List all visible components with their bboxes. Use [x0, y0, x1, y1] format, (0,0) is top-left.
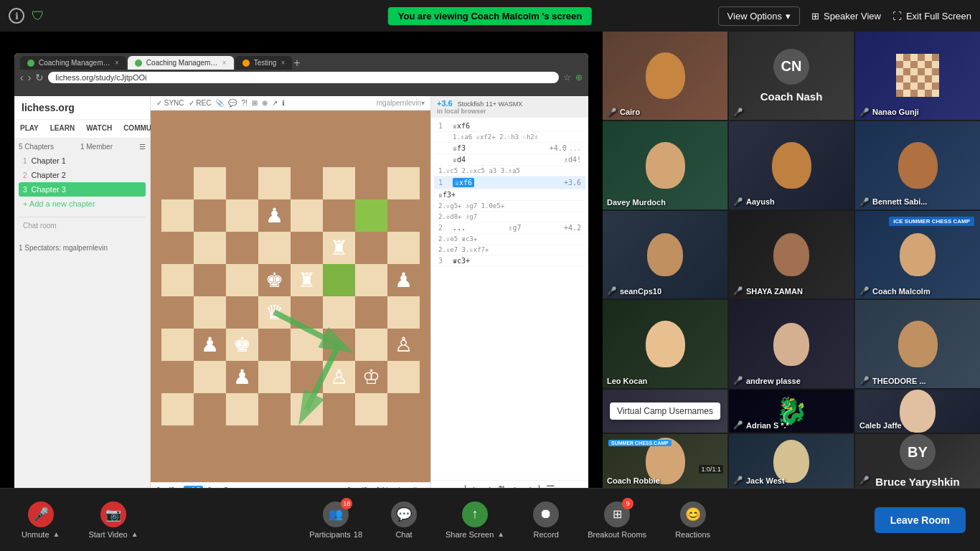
sq-f8[interactable] [323, 167, 355, 199]
sq-b4[interactable] [194, 296, 226, 329]
refresh-button[interactable]: ↻ [35, 72, 44, 83]
bookmark-icon[interactable]: ☆ [563, 72, 571, 83]
sq-g5[interactable] [355, 264, 387, 296]
address-bar[interactable] [48, 72, 559, 83]
sq-d3[interactable] [258, 329, 291, 361]
sq-e4[interactable] [291, 296, 323, 329]
sq-d4[interactable]: ♛ [258, 296, 291, 329]
sq-h7[interactable] [387, 199, 420, 232]
sq-c3[interactable]: ♚ [226, 329, 258, 361]
sq-g6[interactable] [355, 232, 387, 264]
participant-coach-nash[interactable]: CN Coach Nash 🎤 [729, 32, 854, 120]
participant-cairo[interactable]: 🎤 Cairo [603, 32, 727, 120]
sq-h1[interactable] [387, 393, 420, 425]
sq-b3[interactable]: ♟ [194, 329, 226, 361]
reactions-button[interactable]: 😊 Reactions [668, 497, 717, 543]
sq-c2[interactable]: ♟ [226, 361, 258, 393]
toolbar-icon-7[interactable]: ℹ [282, 99, 285, 107]
sq-e3[interactable] [291, 329, 323, 361]
sq-d7[interactable]: ♟ [258, 199, 291, 232]
tab-close-2[interactable]: × [222, 59, 227, 67]
toolbar-icon-1[interactable]: 📎 [215, 99, 224, 107]
sq-b7[interactable] [194, 199, 226, 232]
sq-a7[interactable] [161, 199, 194, 232]
sq-b8[interactable] [194, 167, 226, 199]
chat-button[interactable]: 💬 Chat [384, 497, 424, 543]
participant-aayush[interactable]: 🎤 Aayush [729, 121, 854, 209]
sq-f3[interactable] [323, 329, 355, 361]
leave-room-button[interactable]: Leave Room [875, 507, 966, 533]
sq-e1[interactable] [291, 393, 323, 425]
participant-andrew[interactable]: 🎤 andrew plasse [729, 300, 854, 388]
view-options-button[interactable]: View Options ▾ [718, 6, 800, 26]
tab-close-3[interactable]: × [281, 59, 285, 67]
chess-board[interactable]: ♟ ♜ [161, 167, 420, 425]
sq-h3[interactable]: ♙ [387, 329, 420, 361]
sq-d2[interactable] [258, 361, 291, 393]
sq-e6[interactable] [291, 232, 323, 264]
sq-g1[interactable] [355, 393, 387, 425]
sq-h5[interactable]: ♟ [387, 264, 420, 296]
start-video-button[interactable]: 📷 Start Video ▲ [81, 497, 145, 543]
nav-learn[interactable]: LEARN [44, 120, 80, 138]
sq-f6[interactable]: ♜ [323, 232, 355, 264]
sq-a1[interactable] [161, 393, 194, 425]
new-tab-button[interactable]: + [293, 57, 300, 70]
speaker-view-button[interactable]: ⊞ Speaker View [811, 11, 881, 22]
sq-b2[interactable] [194, 361, 226, 393]
board-container[interactable]: ♟ ♜ [151, 110, 430, 482]
sq-b5[interactable] [194, 264, 226, 296]
sq-e8[interactable] [291, 167, 323, 199]
sq-f2[interactable]: ♙ [323, 361, 355, 393]
sq-c7[interactable] [226, 199, 258, 232]
sq-c8[interactable] [226, 167, 258, 199]
sq-d8[interactable] [258, 167, 291, 199]
participant-virtual[interactable]: Virtual Camp Usernames [603, 390, 727, 433]
sq-e5[interactable]: ♜ [291, 264, 323, 296]
chapter-2[interactable]: 2 Chapter 2 [19, 168, 146, 182]
sq-g3[interactable] [355, 329, 387, 361]
sq-a4[interactable] [161, 296, 194, 329]
participant-shaya[interactable]: 🎤 SHAYA ZAMAN [729, 211, 854, 299]
participant-davey[interactable]: Davey Murdoch [603, 121, 727, 209]
chapters-menu-icon[interactable]: ☰ [139, 143, 146, 151]
share-caret[interactable]: ▲ [497, 530, 504, 538]
participant-coach-malcolm[interactable]: ICE SUMMER CHESS CAMP 🎤 Coach Malcolm [855, 211, 980, 299]
video-caret[interactable]: ▲ [131, 530, 138, 538]
participants-button[interactable]: 👥 18 Participants 18 [302, 497, 369, 543]
sq-f5[interactable] [323, 264, 355, 296]
participant-leo[interactable]: Leo Kocan [603, 300, 727, 388]
toolbar-icon-6[interactable]: ↗ [272, 99, 278, 107]
record-button[interactable]: ⏺ Record [526, 497, 566, 543]
sq-b6[interactable] [194, 232, 226, 264]
sq-h4[interactable] [387, 296, 420, 329]
sq-g7[interactable] [355, 199, 387, 232]
sq-h6[interactable] [387, 232, 420, 264]
sq-a6[interactable] [161, 232, 194, 264]
chapter-3[interactable]: 3 Chapter 3 [19, 182, 146, 197]
sq-g8[interactable] [355, 167, 387, 199]
sq-a8[interactable] [161, 167, 194, 199]
exit-fullscreen-button[interactable]: ⛶ Exit Full Screen [892, 11, 971, 22]
sq-g4[interactable] [355, 296, 387, 329]
breakout-rooms-button[interactable]: ⊞ 9 Breakout Rooms [580, 497, 654, 543]
toolbar-icon-2[interactable]: 💬 [228, 99, 237, 107]
participant-sean[interactable]: 🎤 seanCps10 [603, 211, 727, 299]
participant-adrian[interactable]: 🐉 🎤 Adrian S *.* [729, 390, 854, 433]
tab-close-1[interactable]: × [115, 59, 119, 67]
participant-jack[interactable]: 🎤 Jack West [729, 434, 854, 488]
nav-watch[interactable]: WATCH [80, 120, 118, 138]
browser-tab-3[interactable]: Testing × [235, 56, 293, 70]
share-screen-button[interactable]: ↑ Share Screen ▲ [438, 497, 512, 543]
sq-c6[interactable] [226, 232, 258, 264]
sq-c1[interactable] [226, 393, 258, 425]
sq-d6[interactable] [258, 232, 291, 264]
forward-button[interactable]: › [28, 72, 32, 83]
participant-bruce[interactable]: BY Bruce Yaryshkin 🎤 [855, 434, 980, 488]
nav-play[interactable]: PLAY [14, 120, 44, 138]
sq-f1[interactable] [323, 393, 355, 425]
sq-g2[interactable]: ♔ [355, 361, 387, 393]
browser-tab-2[interactable]: Coaching Management Platform × [128, 56, 234, 70]
unmute-caret[interactable]: ▲ [53, 530, 60, 538]
add-chapter-button[interactable]: + Add a new chapter [19, 197, 146, 211]
